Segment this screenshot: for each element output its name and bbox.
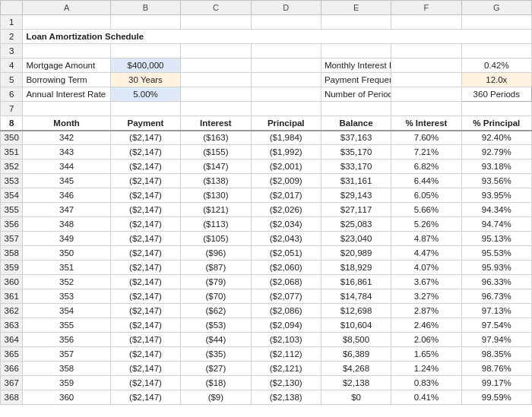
col-balance-header: Balance — [321, 116, 391, 131]
col-month-header: Month — [23, 116, 110, 131]
col-pct-interest-header: % Interest — [391, 116, 461, 131]
row-2: 2 Loan Amortization Schedule — [1, 30, 532, 44]
col-header-a: A — [23, 1, 110, 15]
monthly-rate-label: Monthly Interest Rate — [321, 58, 391, 73]
col-header-g: G — [461, 1, 531, 15]
table-row: 358350($2,147)($96)($2,051)$20,9894.47%9… — [1, 246, 532, 261]
row-4: 4 Mortgage Amount $400,000 Monthly Inter… — [1, 58, 532, 73]
table-row: 367359($2,147)($18)($2,130)$2,1380.83%99… — [1, 376, 532, 390]
table-row: 362354($2,147)($62)($2,086)$12,6982.87%9… — [1, 304, 532, 318]
table-row: 361353($2,147)($70)($2,077)$14,7843.27%9… — [1, 289, 532, 304]
table-row: 351343($2,147)($155)($1,992)$35,1707.21%… — [1, 145, 532, 160]
row-5: 5 Borrowing Term 30 Years Payment Freque… — [1, 73, 532, 87]
col-header-c: C — [181, 1, 251, 15]
row-6: 6 Annual Interest Rate 5.00% Number of P… — [1, 87, 532, 102]
corner-cell — [1, 1, 23, 15]
table-row: 360352($2,147)($79)($2,068)$16,8613.67%9… — [1, 275, 532, 289]
col-principal-header: Principal — [251, 116, 321, 131]
col-header-b: B — [110, 1, 180, 15]
table-row: 366358($2,147)($27)($2,121)$4,2681.24%98… — [1, 362, 532, 376]
table-row: 354346($2,147)($130)($2,017)$29,1436.05%… — [1, 188, 532, 203]
col-header-e: E — [321, 1, 391, 15]
annual-rate-input[interactable]: 5.00% — [110, 87, 180, 102]
num-periods-value: 360 Periods — [461, 87, 531, 102]
data-header-row: 8 Month Payment Interest Principal Balan… — [1, 116, 532, 131]
table-row: 365357($2,147)($35)($2,112)$6,3891.65%98… — [1, 347, 532, 362]
row-1: 1 — [1, 15, 532, 30]
col-pct-principal-header: % Principal — [461, 116, 531, 131]
table-row: 356348($2,147)($113)($2,034)$25,0835.26%… — [1, 217, 532, 232]
table-row: 363355($2,147)($53)($2,094)$10,6042.46%9… — [1, 318, 532, 333]
table-row: 359351($2,147)($87)($2,060)$18,9294.07%9… — [1, 261, 532, 275]
table-row: 353345($2,147)($138)($2,009)$31,1616.44%… — [1, 174, 532, 188]
col-header-f: F — [391, 1, 461, 15]
num-periods-label: Number of Periods — [321, 87, 391, 102]
col-payment-header: Payment — [110, 116, 180, 131]
mortgage-amount-input[interactable]: $400,000 — [110, 58, 180, 73]
column-header-row: A B C D E F G — [1, 1, 532, 15]
row-7: 7 — [1, 102, 532, 116]
annual-rate-label: Annual Interest Rate — [23, 87, 110, 102]
borrowing-term-label: Borrowing Term — [23, 73, 110, 87]
col-header-d: D — [251, 1, 321, 15]
borrowing-term-input[interactable]: 30 Years — [110, 73, 180, 87]
table-row: 352344($2,147)($147)($2,001)$33,1706.82%… — [1, 160, 532, 174]
payment-freq-value: 12.0x — [461, 73, 531, 87]
row-3: 3 — [1, 44, 532, 58]
payment-freq-label: Payment Frequency — [321, 73, 391, 87]
title-cell: Loan Amortization Schedule — [23, 30, 532, 44]
col-interest-header: Interest — [181, 116, 251, 131]
table-row: 368360($2,147)($9)($2,138)$00.41%99.59% — [1, 390, 532, 405]
table-row: 357349($2,147)($105)($2,043)$23,0404.87%… — [1, 232, 532, 246]
table-row: 355347($2,147)($121)($2,026)$27,1175.66%… — [1, 203, 532, 217]
spreadsheet: A B C D E F G 1 2 Loan Amortization Sche… — [0, 0, 532, 405]
mortgage-amount-label: Mortgage Amount — [23, 58, 110, 73]
table-row: 364356($2,147)($44)($2,103)$8,5002.06%97… — [1, 333, 532, 347]
monthly-rate-value: 0.42% — [461, 58, 531, 73]
table-row: 350342($2,147)($163)($1,984)$37,1637.60%… — [1, 131, 532, 145]
